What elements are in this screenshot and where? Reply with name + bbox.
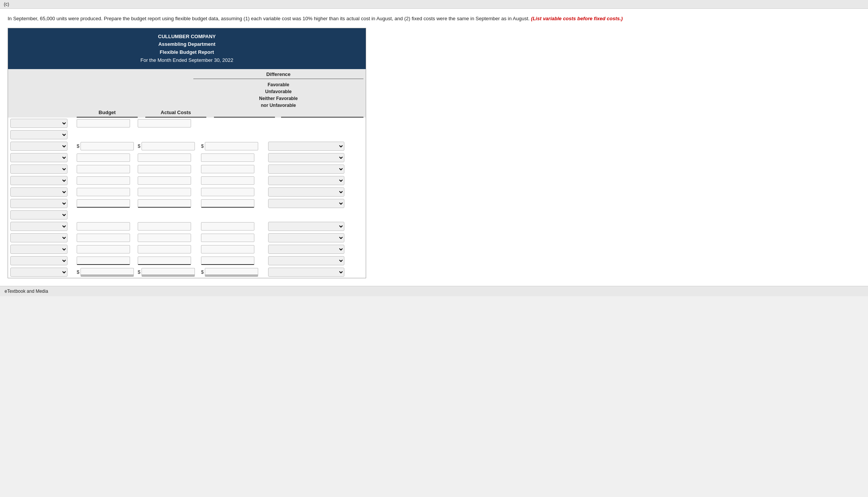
table-row: Direct materialsDirect laborIndirect mat…: [8, 198, 366, 209]
row9-label-select[interactable]: Direct materials Direct labor Indirect m…: [10, 210, 68, 219]
row14-label-select[interactable]: Direct materialsDirect laborIndirect mat…: [10, 268, 68, 277]
row14-diff-input[interactable]: [205, 268, 258, 276]
table-row: Direct materialsDirect laborIndirect mat…: [8, 232, 366, 244]
row4-budget-input[interactable]: [77, 153, 130, 162]
column-sub-headers: Budget Actual Costs: [8, 110, 366, 118]
row6-diff-input[interactable]: [201, 176, 254, 185]
row13-diff-input[interactable]: [201, 257, 254, 265]
row7-label-select[interactable]: Direct materialsDirect laborIndirect mat…: [10, 187, 68, 197]
diff-dollar-sign: $: [201, 143, 204, 149]
row2-label-select[interactable]: Direct materials Direct labor Indirect m…: [10, 130, 68, 139]
table-row: Direct materialsDirect laborIndirect mat…: [8, 152, 366, 163]
row11-budget-input[interactable]: [77, 234, 130, 242]
total-actual-dollar: $: [138, 269, 140, 275]
diff-num-col-header: [214, 115, 275, 118]
footer-bar: eTextbook and Media: [0, 286, 868, 296]
row1-label-select[interactable]: Direct materials Direct labor Indirect m…: [10, 119, 68, 128]
row7-diff-input[interactable]: [201, 188, 254, 196]
top-bar: (c): [0, 0, 868, 9]
table-row: Direct materialsDirect laborIndirect mat…: [8, 255, 366, 266]
company-name: CULLUMBER COMPANY: [12, 33, 362, 41]
row13-actual-input[interactable]: [138, 257, 191, 265]
row14-budget-input[interactable]: [80, 268, 134, 276]
table-row: Direct materialsDirect laborIndirect mat…: [8, 163, 366, 175]
report-period: For the Month Ended September 30, 2022: [12, 56, 362, 65]
instruction-text: In September, 65,000 units were produced…: [8, 16, 530, 21]
actual-dollar-sign: $: [138, 143, 140, 149]
row8-diff-input[interactable]: [201, 199, 254, 208]
row7-actual-input[interactable]: [138, 188, 191, 196]
row5-diff-input[interactable]: [201, 165, 254, 173]
row13-budget-input[interactable]: [77, 257, 130, 265]
row4-diff-select[interactable]: FavorableUnfavorableNeither Favorable no…: [268, 153, 344, 162]
row4-diff-input[interactable]: [201, 153, 254, 162]
row5-budget-input[interactable]: [77, 165, 130, 173]
row12-label-select[interactable]: Direct materialsDirect laborIndirect mat…: [10, 245, 68, 254]
row7-budget-input[interactable]: [77, 188, 130, 196]
row11-label-select[interactable]: Direct materialsDirect laborIndirect mat…: [10, 233, 68, 242]
row6-actual-input[interactable]: [138, 176, 191, 185]
row5-actual-input[interactable]: [138, 165, 191, 173]
table-row: Direct materials Direct labor Indirect m…: [8, 209, 366, 221]
row3-diff-input[interactable]: [205, 142, 258, 150]
row12-diff-input[interactable]: [201, 245, 254, 253]
row10-diff-select[interactable]: FavorableUnfavorableNeither Favorable no…: [268, 222, 344, 231]
table-row: Direct materialsDirect laborIndirect mat…: [8, 186, 366, 198]
row14-actual-input[interactable]: [141, 268, 195, 276]
row12-diff-select[interactable]: FavorableUnfavorableNeither Favorable no…: [268, 245, 344, 254]
row5-diff-select[interactable]: FavorableUnfavorableNeither Favorable no…: [268, 165, 344, 174]
row1-actual-input[interactable]: [138, 119, 191, 127]
row11-diff-select[interactable]: FavorableUnfavorableNeither Favorable no…: [268, 233, 344, 242]
total-budget-dollar: $: [77, 269, 79, 275]
column-headers: Difference Favorable Unfavorable Neither…: [8, 69, 366, 118]
row6-diff-select[interactable]: FavorableUnfavorableNeither Favorable no…: [268, 176, 344, 185]
row7-diff-select[interactable]: FavorableUnfavorableNeither Favorable no…: [268, 187, 344, 197]
row8-budget-input[interactable]: [77, 199, 130, 208]
actual-col-header: Actual Costs: [145, 110, 206, 118]
row3-actual-input[interactable]: [141, 142, 195, 150]
row6-label-select[interactable]: Direct materialsDirect laborIndirect mat…: [10, 176, 68, 185]
budget-dollar-sign: $: [77, 143, 79, 149]
bold-instruction: (List variable costs before fixed costs.…: [531, 16, 623, 21]
table-row-total: Direct materialsDirect laborIndirect mat…: [8, 266, 366, 278]
table-row: Direct materialsDirect laborIndirect mat…: [8, 175, 366, 186]
row10-budget-input[interactable]: [77, 222, 130, 231]
dept-name: Assembling Department: [12, 40, 362, 48]
row4-label-select[interactable]: Direct materialsDirect laborIndirect mat…: [10, 153, 68, 162]
difference-header: Difference: [193, 71, 363, 79]
row1-budget-input[interactable]: [77, 119, 130, 127]
report-container: CULLUMBER COMPANY Assembling Department …: [8, 28, 366, 278]
row4-actual-input[interactable]: [138, 153, 191, 162]
diff-sub-header: Favorable Unfavorable Neither Favorable …: [193, 80, 363, 110]
table-row: Direct materials Direct labor Indirect m…: [8, 118, 366, 129]
row3-label-select[interactable]: Direct materials Direct labor Indirect m…: [10, 142, 68, 151]
row10-actual-input[interactable]: [138, 222, 191, 231]
row3-diff-select[interactable]: Favorable Unfavorable Neither Favorable …: [268, 142, 344, 151]
row12-budget-input[interactable]: [77, 245, 130, 253]
row13-diff-select[interactable]: FavorableUnfavorableNeither Favorable no…: [268, 256, 344, 265]
footer-text: eTextbook and Media: [5, 289, 48, 294]
row8-diff-select[interactable]: FavorableUnfavorableNeither Favorable no…: [268, 199, 344, 208]
row14-diff-select[interactable]: FavorableUnfavorableNeither Favorable no…: [268, 268, 344, 277]
report-header: CULLUMBER COMPANY Assembling Department …: [8, 28, 366, 69]
instructions: In September, 65,000 units were produced…: [8, 15, 860, 23]
diff-label-col-header: [281, 115, 363, 118]
table-row: Direct materials Direct labor Indirect m…: [8, 140, 366, 152]
table-row: Direct materials Direct labor Indirect m…: [8, 129, 366, 140]
row12-actual-input[interactable]: [138, 245, 191, 253]
row5-label-select[interactable]: Direct materialsDirect laborIndirect mat…: [10, 165, 68, 174]
row11-diff-input[interactable]: [201, 234, 254, 242]
row10-diff-input[interactable]: [201, 222, 254, 231]
row10-label-select[interactable]: Direct materialsDirect laborIndirect mat…: [10, 222, 68, 231]
row8-actual-input[interactable]: [138, 199, 191, 208]
total-diff-dollar: $: [201, 269, 204, 275]
row3-budget-input[interactable]: [80, 142, 134, 150]
row6-budget-input[interactable]: [77, 176, 130, 185]
report-title: Flexible Budget Report: [12, 48, 362, 56]
table-body: Direct materials Direct labor Indirect m…: [8, 118, 366, 278]
row8-label-select[interactable]: Direct materialsDirect laborIndirect mat…: [10, 199, 68, 208]
table-row: Direct materialsDirect laborIndirect mat…: [8, 221, 366, 232]
row13-label-select[interactable]: Direct materialsDirect laborIndirect mat…: [10, 256, 68, 265]
row11-actual-input[interactable]: [138, 234, 191, 242]
budget-col-header: Budget: [77, 110, 138, 118]
